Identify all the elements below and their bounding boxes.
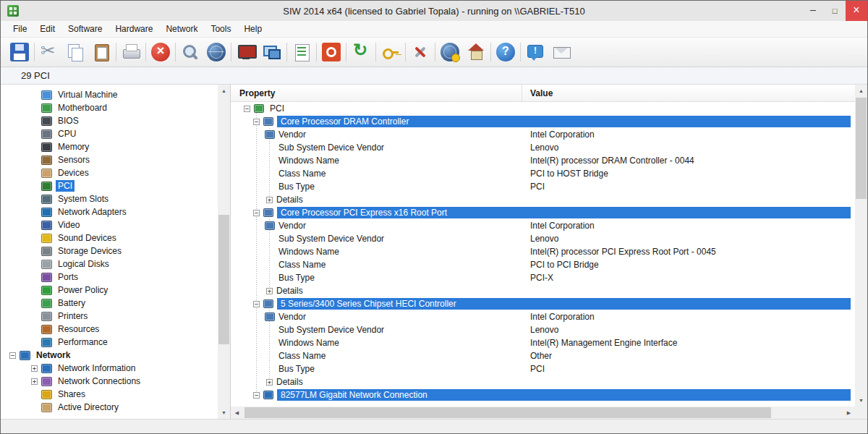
sidebar-item-cpu[interactable]: CPU xyxy=(1,127,218,140)
sidebar-item-shares[interactable]: Shares xyxy=(1,388,218,401)
property-row[interactable]: Windows NameIntel(R) processor DRAM Cont… xyxy=(231,154,855,167)
close-button[interactable]: × xyxy=(846,1,867,21)
main-scrollbar-horizontal[interactable]: ◀ ▶ xyxy=(231,407,855,419)
home-button[interactable] xyxy=(463,39,489,65)
sidebar-item-pci[interactable]: PCI xyxy=(1,179,218,192)
tools-button[interactable] xyxy=(407,39,433,65)
sidebar-item-memory[interactable]: Memory xyxy=(1,140,218,153)
save-button[interactable] xyxy=(7,39,33,65)
scroll-up-button[interactable]: ▲ xyxy=(218,85,230,97)
email-button[interactable] xyxy=(548,39,574,65)
device-row-5-series-3400-series-chipset-heci-controller[interactable]: −5 Series/3400 Series Chipset HECI Contr… xyxy=(231,297,855,310)
refresh-button[interactable] xyxy=(348,39,374,65)
scroll-up-button[interactable]: ▲ xyxy=(855,85,867,97)
expand-icon[interactable]: + xyxy=(31,365,38,372)
sidebar-item-network-information[interactable]: +Network Information xyxy=(1,362,218,375)
collapse-icon[interactable]: − xyxy=(253,301,260,307)
sidebar-item-printers[interactable]: Printers xyxy=(1,310,218,323)
sidebar-item-storage-devices[interactable]: Storage Devices xyxy=(1,244,218,258)
sidebar-item-network-adapters[interactable]: Network Adapters xyxy=(1,205,218,218)
property-row[interactable]: Sub System Device VendorLenovo xyxy=(231,232,855,245)
menu-item-help[interactable]: Help xyxy=(237,22,268,36)
scroll-down-button[interactable]: ▼ xyxy=(855,394,867,407)
main-scrollbar-vertical[interactable]: ▲ ▼ xyxy=(855,85,867,407)
sidebar-item-battery[interactable]: Battery xyxy=(1,297,218,310)
menu-item-tools[interactable]: Tools xyxy=(204,22,237,36)
scroll-down-button[interactable]: ▼ xyxy=(218,407,230,419)
titlebar[interactable]: SIW 2014 x64 (licensed to Gabriel Topala… xyxy=(1,1,867,21)
expand-icon[interactable]: + xyxy=(31,378,38,385)
sidebar-item-network-connections[interactable]: +Network Connections xyxy=(1,375,218,388)
help-button[interactable] xyxy=(493,39,519,65)
property-row[interactable]: Sub System Device VendorLenovo xyxy=(231,141,855,154)
menu-item-file[interactable]: File xyxy=(7,22,33,36)
print-button[interactable] xyxy=(118,39,144,65)
column-header-value[interactable]: Value xyxy=(522,85,855,101)
scroll-track[interactable] xyxy=(218,97,230,407)
report-button[interactable] xyxy=(289,39,315,65)
property-row[interactable]: Sub System Device VendorLenovo xyxy=(231,323,855,336)
collapse-icon[interactable]: − xyxy=(9,352,16,359)
remote-desktop-button[interactable] xyxy=(259,39,285,65)
copy-button[interactable] xyxy=(62,39,88,65)
property-row[interactable]: Bus TypePCI-X xyxy=(231,271,855,284)
sidebar-item-system-slots[interactable]: System Slots xyxy=(1,192,218,205)
expand-icon[interactable]: + xyxy=(266,197,273,203)
maximize-button[interactable]: □ xyxy=(824,1,846,21)
sidebar-item-performance[interactable]: Performance xyxy=(1,336,218,349)
license-button[interactable] xyxy=(318,39,344,65)
device-row-core-processor-pci-express-x16-root-port[interactable]: −Core Processor PCI Express x16 Root Por… xyxy=(231,206,855,219)
scroll-left-button[interactable]: ◀ xyxy=(231,407,243,419)
collapse-icon[interactable]: − xyxy=(253,210,260,216)
scroll-right-button[interactable]: ▶ xyxy=(843,407,855,419)
property-row[interactable]: VendorIntel Corporation xyxy=(231,310,855,323)
sidebar-item-sensors[interactable]: Sensors xyxy=(1,153,218,166)
pci-root-row[interactable]: −PCI xyxy=(231,102,855,115)
sidebar-item-virtual-machine[interactable]: Virtual Machine xyxy=(1,88,218,101)
sidebar-item-power-policy[interactable]: Power Policy xyxy=(1,284,218,297)
menu-item-hardware[interactable]: Hardware xyxy=(109,22,159,36)
scroll-thumb[interactable] xyxy=(218,215,229,345)
sidebar-item-resources[interactable]: Resources xyxy=(1,323,218,336)
collapse-icon[interactable]: − xyxy=(253,119,260,125)
scroll-thumb[interactable] xyxy=(244,407,771,418)
property-row[interactable]: Class NamePCI to HOST Bridge xyxy=(231,167,855,180)
cut-button[interactable] xyxy=(36,39,62,65)
property-row[interactable]: Class NamePCI to PCI Bridge xyxy=(231,258,855,271)
sidebar-item-logical-disks[interactable]: Logical Disks xyxy=(1,258,218,271)
sidebar-item-active-directory[interactable]: Active Directory xyxy=(1,401,218,414)
expand-icon[interactable]: + xyxy=(266,288,273,294)
web-button[interactable] xyxy=(203,39,229,65)
search-button[interactable] xyxy=(177,39,203,65)
property-row[interactable]: VendorIntel Corporation xyxy=(231,219,855,232)
web-update-button[interactable] xyxy=(437,39,463,65)
property-row[interactable]: Class NameOther xyxy=(231,349,855,362)
property-row[interactable]: Windows NameIntel(R) processor PCI Expre… xyxy=(231,245,855,258)
sidebar-item-bios[interactable]: BIOS xyxy=(1,114,218,127)
stop-button[interactable] xyxy=(148,39,174,65)
collapse-icon[interactable]: − xyxy=(244,106,250,112)
column-header-property[interactable]: Property xyxy=(231,85,522,101)
property-row[interactable]: Bus TypePCI xyxy=(231,362,855,375)
property-row[interactable]: Bus TypePCI xyxy=(231,180,855,193)
password-button[interactable] xyxy=(378,39,404,65)
device-row-82577lm-gigabit-network-connection[interactable]: −82577LM Gigabit Network Connection xyxy=(231,388,855,401)
paste-button[interactable] xyxy=(88,39,114,65)
details-row[interactable]: +Details xyxy=(231,193,855,206)
monitor-button[interactable] xyxy=(233,39,259,65)
sidebar-item-sound-devices[interactable]: Sound Devices xyxy=(1,231,218,244)
scroll-track[interactable] xyxy=(243,407,843,419)
sidebar-item-video[interactable]: Video xyxy=(1,218,218,231)
sidebar-item-ports[interactable]: Ports xyxy=(1,271,218,284)
details-row[interactable]: +Details xyxy=(231,284,855,297)
sidebar-scrollbar[interactable]: ▲ ▼ xyxy=(218,85,230,419)
menu-item-software[interactable]: Software xyxy=(61,22,109,36)
collapse-icon[interactable]: − xyxy=(253,392,260,399)
scroll-thumb[interactable] xyxy=(856,98,867,199)
property-row[interactable]: VendorIntel Corporation xyxy=(231,128,855,141)
sidebar-item-devices[interactable]: Devices xyxy=(1,166,218,179)
sidebar-item-network[interactable]: −Network xyxy=(1,349,218,362)
minimize-button[interactable]: – xyxy=(802,1,824,21)
details-row[interactable]: +Details xyxy=(231,375,855,388)
sidebar-item-motherboard[interactable]: Motherboard xyxy=(1,101,218,114)
